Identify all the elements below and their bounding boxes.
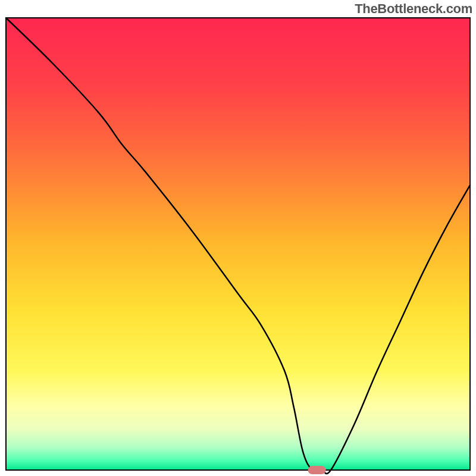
- optimal-marker: [308, 466, 326, 474]
- watermark-text: TheBottleneck.com: [355, 1, 472, 17]
- bottleneck-chart: [0, 0, 476, 476]
- chart-frame: TheBottleneck.com: [0, 0, 476, 476]
- plot-background: [6, 18, 470, 470]
